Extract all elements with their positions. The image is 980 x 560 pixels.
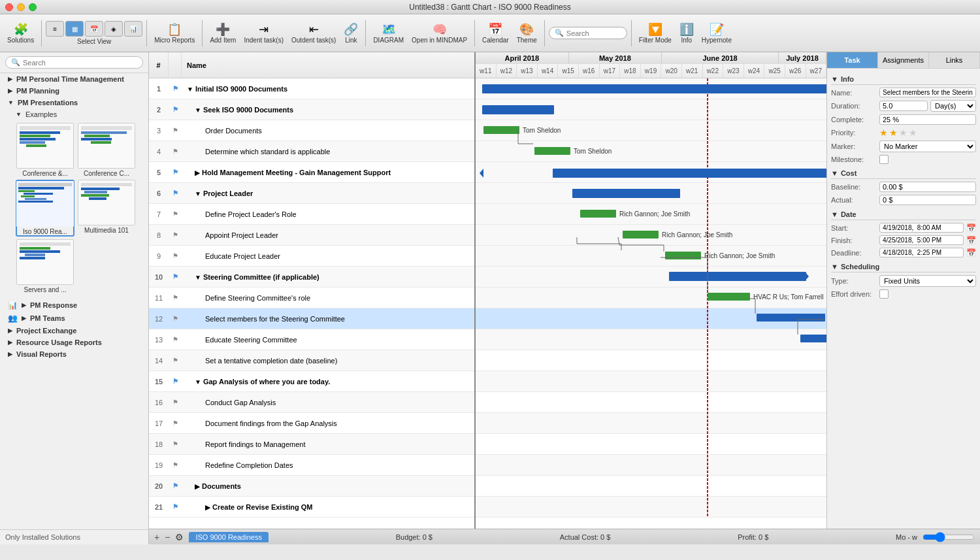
table-row[interactable]: 16 ⚑ Conduct Gap Analysis (149, 392, 474, 413)
add-item-button[interactable]: ➕ Add Item (206, 20, 239, 46)
zoom-slider[interactable] (923, 532, 975, 542)
duration-input[interactable] (879, 101, 928, 111)
indent-button[interactable]: ⇥ Indent task(s) (240, 20, 287, 46)
thumbnail-conference2[interactable]: Conference C... (77, 123, 136, 177)
hypernote-button[interactable]: 📝 Hypernote (698, 20, 735, 46)
sidebar-item-pm-teams[interactable]: 👥 ▶ PM Teams (0, 312, 148, 325)
baseline-input[interactable] (879, 182, 976, 192)
close-button[interactable] (5, 3, 13, 11)
view-btn-2[interactable]: ▦ (65, 21, 84, 37)
sidebar-item-pm-personal[interactable]: ▶ PM Personal Time Management (0, 73, 148, 85)
view-btn-4[interactable]: ◈ (105, 21, 123, 37)
solutions-button[interactable]: 🧩 Solutions (4, 20, 37, 46)
filter-mode-button[interactable]: 🔽 Filter Mode (636, 20, 675, 46)
thumbnail-conference1[interactable]: Conference &... (16, 123, 74, 177)
view-btn-1[interactable]: ≡ (46, 21, 64, 37)
table-row[interactable]: 20 ⚑ ▶Documents (149, 476, 474, 497)
table-row[interactable]: 4 ⚑ Determine which standard is applicab… (149, 141, 474, 162)
table-row[interactable]: 2 ⚑ ▼Seek ISO 9000 Documents (149, 99, 474, 120)
thumbnail-servers[interactable]: Servers and ... (16, 239, 74, 293)
table-row[interactable]: 9 ⚑ Educate Project Leader (149, 246, 474, 267)
section-scheduling-header[interactable]: ▼ Scheduling (831, 260, 976, 272)
field-type: Type: Fixed Units (831, 275, 976, 287)
toolbar-search[interactable]: 🔍 (549, 27, 627, 39)
table-row[interactable]: 21 ⚑ ▶Create or Revise Existing QM (149, 497, 474, 518)
theme-button[interactable]: 🎨 Theme (514, 20, 540, 46)
month-june: June 2018 (662, 52, 779, 63)
star-4[interactable]: ★ (909, 127, 917, 138)
tab-links[interactable]: Links (929, 52, 980, 68)
table-row[interactable]: 5 ⚑ ▶Hold Management Meeting - Gain Mana… (149, 162, 474, 183)
thumbnail-iso9000[interactable]: Iso 9000 Rea... (16, 180, 74, 237)
tab-assignments[interactable]: Assignments (878, 52, 929, 68)
gantt-tab[interactable]: ISO 9000 Readiness (189, 532, 269, 542)
info-button[interactable]: ℹ️ Info (676, 20, 697, 46)
section-date-header[interactable]: ▼ Date (831, 208, 976, 220)
table-row[interactable]: 17 ⚑ Document findings from the Gap Anal… (149, 413, 474, 434)
sidebar-footer-installed[interactable]: Only Installed Solutions (0, 529, 148, 544)
milestone-checkbox[interactable] (879, 155, 889, 164)
sidebar-item-pm-presentations[interactable]: ▼ PM Presentations (0, 97, 148, 108)
minimize-button[interactable] (17, 3, 25, 11)
field-name: Name: (831, 88, 976, 97)
calendar-button[interactable]: 📅 Calendar (479, 20, 512, 46)
deadline-input[interactable] (879, 248, 964, 257)
marker-select[interactable]: No Marker (879, 140, 976, 152)
table-row[interactable]: 11 ⚑ Define Steering Committee's role (149, 288, 474, 308)
status-actual-cost: Actual Cost: 0 $ (560, 533, 611, 541)
calendar-icon[interactable]: 📅 (966, 248, 976, 257)
effort-driven-checkbox[interactable] (879, 289, 889, 299)
view-btn-5[interactable]: 📊 (124, 21, 142, 37)
add-tab-button[interactable]: + (154, 532, 159, 542)
star-1[interactable]: ★ (879, 127, 888, 138)
sidebar-item-pm-planning[interactable]: ▶ PM Planning (0, 85, 148, 97)
outdent-button[interactable]: ⇤ Outdent task(s) (288, 20, 339, 46)
tab-task[interactable]: Task (827, 52, 878, 68)
actual-input[interactable] (879, 195, 976, 205)
table-row[interactable]: 1 ⚑ ▼Initial ISO 9000 Documents (149, 78, 474, 99)
table-row[interactable]: 15 ⚑ ▼Gap Analysis of where you are toda… (149, 371, 474, 392)
duration-unit-select[interactable]: Day(s) (930, 100, 976, 112)
sidebar-item-pm-response[interactable]: 📊 ▶ PM Response (0, 299, 148, 312)
link-button[interactable]: 🔗 Link (340, 20, 361, 46)
star-2[interactable]: ★ (889, 127, 898, 138)
toolbar-divider-2 (146, 20, 147, 46)
sidebar-item-project-exchange[interactable]: ▶ Project Exchange (0, 325, 148, 337)
thumbnail-multimedia[interactable]: Multimedia 101 (77, 180, 136, 237)
maximize-button[interactable] (29, 3, 37, 11)
table-row[interactable]: 8 ⚑ Appoint Project Leader (149, 225, 474, 246)
calendar-icon[interactable]: 📅 (966, 223, 976, 233)
remove-tab-button[interactable]: − (165, 532, 170, 542)
table-row[interactable]: 13 ⚑ Educate Steering Committee (149, 329, 474, 350)
sidebar-search-input[interactable] (23, 59, 137, 67)
start-input[interactable] (879, 223, 964, 233)
scheduling-type-select[interactable]: Fixed Units (879, 275, 976, 287)
open-mindmap-button[interactable]: 🧠 Open in MINDMAP (408, 20, 470, 46)
sidebar-item-examples[interactable]: ▼ Examples (0, 108, 148, 120)
table-row[interactable]: 6 ⚑ ▼Project Leader (149, 183, 474, 204)
section-info-header[interactable]: ▼ Info (831, 73, 976, 85)
view-btn-3[interactable]: 📅 (85, 21, 103, 37)
finish-input[interactable] (879, 235, 964, 245)
table-row[interactable]: 10 ⚑ ▼Steering Committee (if applicable) (149, 267, 474, 288)
table-row[interactable]: 19 ⚑ Redefine Completion Dates (149, 455, 474, 476)
priority-stars[interactable]: ★ ★ ★ ★ (879, 127, 917, 138)
section-cost-header[interactable]: ▼ Cost (831, 167, 976, 179)
micro-reports-button[interactable]: 📋 Micro Reports (151, 20, 198, 46)
name-input[interactable] (879, 88, 976, 97)
content-area: # Name 1 ⚑ ▼Initial ISO 9000 Documents 2… (149, 52, 980, 544)
table-row[interactable]: 12 ⚑ Select members for the Steering Com… (149, 308, 474, 329)
sidebar-item-visual-reports[interactable]: ▶ Visual Reports (0, 348, 148, 360)
calendar-icon[interactable]: 📅 (966, 236, 976, 245)
tab-settings-button[interactable]: ⚙ (175, 532, 184, 542)
search-input[interactable] (566, 29, 619, 37)
table-row[interactable]: 14 ⚑ Set a tentative completion date (ba… (149, 350, 474, 371)
sidebar-item-resource-reports[interactable]: ▶ Resource Usage Reports (0, 337, 148, 348)
diagram-button[interactable]: 🗺️ DIAGRAM (370, 20, 407, 46)
table-row[interactable]: 3 ⚑ Order Documents (149, 120, 474, 141)
table-row[interactable]: 18 ⚑ Report findings to Management (149, 434, 474, 455)
table-row[interactable]: 7 ⚑ Define Project Leader's Role (149, 204, 474, 225)
complete-input[interactable] (879, 114, 976, 125)
star-3[interactable]: ★ (899, 127, 907, 138)
week-w21: w21 (682, 64, 703, 78)
